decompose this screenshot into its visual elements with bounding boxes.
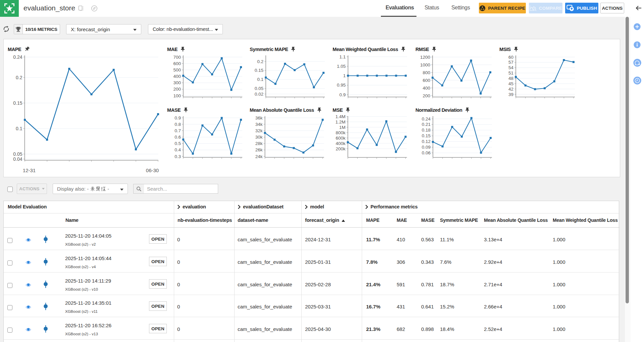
svg-text:600: 600	[423, 78, 430, 83]
svg-text:0.02: 0.02	[255, 92, 263, 97]
svg-text:34k: 34k	[255, 122, 263, 127]
svg-text:0.95: 0.95	[337, 83, 346, 88]
svg-text:48: 48	[508, 76, 513, 81]
svg-text:400k: 400k	[336, 141, 346, 146]
svg-text:400: 400	[423, 86, 430, 91]
svg-text:500: 500	[173, 67, 181, 72]
svg-text:0.06: 0.06	[422, 150, 431, 155]
svg-text:0.1: 0.1	[257, 77, 263, 82]
svg-text:0.15: 0.15	[255, 68, 263, 73]
svg-text:0.15: 0.15	[422, 133, 431, 138]
svg-text:800: 800	[423, 70, 430, 75]
svg-text:51: 51	[508, 70, 513, 76]
svg-text:0.12: 0.12	[422, 139, 431, 144]
svg-text:06-30: 06-30	[146, 167, 159, 173]
svg-text:1.1: 1.1	[339, 54, 346, 59]
svg-text:42: 42	[508, 87, 513, 92]
svg-text:200: 200	[173, 87, 181, 92]
svg-text:0.05: 0.05	[13, 151, 22, 157]
svg-text:1.05: 1.05	[337, 64, 346, 69]
svg-text:0.8: 0.8	[175, 122, 181, 127]
svg-text:0.24: 0.24	[13, 54, 22, 60]
svg-text:1000: 1000	[420, 62, 430, 67]
svg-text:57: 57	[508, 60, 513, 65]
svg-text:32k: 32k	[255, 128, 263, 133]
svg-text:0.3: 0.3	[175, 154, 181, 159]
svg-text:0.04: 0.04	[13, 156, 22, 162]
svg-text:28k: 28k	[255, 141, 263, 146]
svg-text:36k: 36k	[255, 115, 263, 120]
svg-text:200k: 200k	[336, 146, 346, 151]
svg-text:600k: 600k	[336, 136, 346, 141]
svg-text:0.05: 0.05	[255, 86, 263, 91]
svg-text:0.9: 0.9	[175, 115, 181, 120]
svg-text:0.5: 0.5	[175, 141, 181, 146]
svg-text:0.9: 0.9	[339, 92, 346, 97]
svg-text:0.1: 0.1	[16, 126, 22, 131]
svg-text:800k: 800k	[336, 130, 346, 135]
svg-text:0.6: 0.6	[175, 135, 181, 140]
svg-text:1.2M: 1.2M	[335, 119, 345, 125]
svg-text:30k: 30k	[255, 135, 263, 140]
svg-text:26k: 26k	[255, 147, 263, 152]
svg-text:200: 200	[423, 93, 430, 98]
svg-text:100: 100	[173, 93, 181, 98]
svg-text:1M: 1M	[339, 125, 346, 130]
svg-text:700: 700	[173, 55, 181, 60]
svg-text:1200: 1200	[420, 55, 430, 60]
svg-text:1.4M: 1.4M	[335, 114, 345, 119]
svg-text:45: 45	[508, 81, 513, 86]
svg-text:0.24: 0.24	[422, 116, 431, 121]
svg-text:1: 1	[343, 73, 346, 78]
svg-text:600: 600	[173, 61, 181, 66]
svg-text:0.2: 0.2	[257, 59, 263, 64]
svg-text:24k: 24k	[255, 154, 263, 159]
svg-text:0.7: 0.7	[175, 128, 181, 133]
svg-text:0.15: 0.15	[13, 100, 22, 106]
svg-text:0.18: 0.18	[422, 128, 431, 133]
svg-text:0.09: 0.09	[422, 145, 431, 150]
svg-text:300: 300	[173, 80, 181, 85]
svg-text:54: 54	[508, 65, 514, 70]
svg-text:0.4: 0.4	[175, 147, 181, 152]
svg-text:60: 60	[508, 55, 513, 60]
svg-text:39: 39	[508, 92, 513, 97]
svg-text:0.2: 0.2	[16, 75, 22, 80]
svg-text:400: 400	[173, 74, 181, 79]
svg-text:0.21: 0.21	[422, 122, 431, 127]
svg-text:12-31: 12-31	[23, 167, 36, 173]
